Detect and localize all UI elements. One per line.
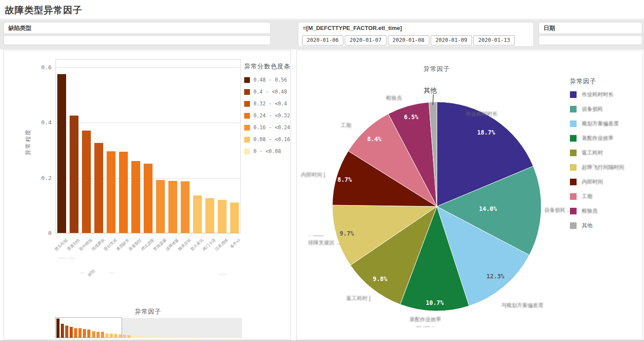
bar[interactable] bbox=[57, 74, 66, 233]
x-tick-label: 轴承异响 bbox=[177, 237, 192, 252]
bar[interactable] bbox=[94, 143, 103, 233]
x-tick-label: 滤网堵塞 bbox=[164, 237, 180, 252]
bar[interactable] bbox=[205, 198, 214, 233]
legend-swatch bbox=[570, 164, 577, 171]
bar[interactable] bbox=[107, 151, 115, 233]
x-tick-label: 备件x2 bbox=[229, 237, 242, 250]
bar[interactable] bbox=[70, 116, 78, 233]
legend-label: 设备损耗 bbox=[582, 105, 603, 113]
bar[interactable] bbox=[218, 200, 227, 233]
bar[interactable] bbox=[82, 131, 91, 233]
legend-label: 规划方案偏差度 bbox=[582, 120, 619, 127]
x-tick-label: 紧固缺失 bbox=[115, 237, 130, 252]
filter-etl-time-header[interactable]: =[M_DEFCTTYPE_FACTOR.etl_time] bbox=[298, 22, 533, 34]
pie-legend-item[interactable]: 起降飞行间隔时间 bbox=[570, 164, 640, 171]
x-tick-label: 漆面划伤 bbox=[66, 237, 81, 252]
bar-legend-item: 0.32 - <0.4 bbox=[244, 101, 290, 107]
header-bar: 故障类型异常因子 bbox=[0, 0, 644, 19]
navigator-mini-bar bbox=[212, 337, 215, 338]
pie-percent-label: 18.7% bbox=[477, 129, 495, 136]
gridline bbox=[56, 67, 240, 68]
pie-legend-item[interactable]: 工期 bbox=[570, 193, 640, 200]
bar-legend-item: 0.48 - 0.56 bbox=[244, 77, 290, 83]
navigator-mini-bar bbox=[230, 337, 233, 338]
filter-date-listbox[interactable] bbox=[539, 35, 642, 45]
date-button[interactable]: 2020-01-06 bbox=[302, 35, 343, 45]
pie-legend-item[interactable]: 其他 bbox=[570, 222, 640, 229]
legend-swatch bbox=[570, 120, 577, 127]
bar[interactable] bbox=[181, 181, 190, 233]
bar[interactable] bbox=[156, 180, 165, 233]
x-tick-label: 部件锈蚀 bbox=[78, 237, 93, 252]
pie-chart-panel: 异常因子 18.7%作业耗时时长14.0%设备损耗 ...12.3%与规划方案偏… bbox=[296, 50, 643, 340]
pie-percent-label: 9.7% bbox=[339, 230, 354, 237]
legend-label: 工期 bbox=[582, 193, 592, 200]
bar-y-axis-title: 异常程度 bbox=[24, 129, 32, 155]
pie-legend-item[interactable]: 作业耗时时长 bbox=[570, 91, 640, 98]
pie-legend-item[interactable]: 设备损耗 bbox=[570, 105, 640, 113]
y-tick-label: 0.2 bbox=[34, 175, 52, 181]
navigator-mini-bar bbox=[141, 336, 144, 338]
pie-percent-label: 6.5% bbox=[404, 113, 419, 120]
pie-legend: 异常因子 作业耗时时长设备损耗规划方案偏差度装配作业效率返工耗时起降飞行间隔时间… bbox=[570, 78, 640, 236]
navigator-mini-bar bbox=[221, 337, 224, 338]
legend-swatch bbox=[244, 113, 250, 119]
navigator-mini-bar bbox=[132, 336, 135, 338]
x-tick-label: 密封失效 bbox=[103, 237, 118, 252]
filter-defect-type-header[interactable]: 缺陷类型 bbox=[4, 22, 271, 34]
filter-band: 缺陷类型 =[M_DEFCTTYPE_FACTOR.etl_time] 2020… bbox=[0, 20, 644, 49]
legend-swatch bbox=[570, 193, 577, 200]
date-button[interactable]: 2020-01-08 bbox=[388, 35, 429, 45]
pie-callout-label-blurred: 与规划方案偏差度 bbox=[501, 302, 543, 308]
pie-callout-label-blurred: 设备损耗 ... bbox=[544, 207, 571, 213]
pie-percent-label: 10.7% bbox=[426, 299, 444, 306]
legend-swatch bbox=[570, 222, 577, 229]
legend-label: 起降飞行间隔时间 bbox=[582, 164, 624, 171]
bar-legend-item: 0.24 - <0.32 bbox=[244, 112, 290, 119]
pie-legend-item[interactable]: 内部时间 bbox=[570, 178, 640, 186]
navigator-mini-bar bbox=[92, 331, 95, 338]
pie-legend-item[interactable]: 规划方案偏差度 bbox=[570, 120, 640, 127]
pie-legend-items: 作业耗时时长设备损耗规划方案偏差度装配作业效率返工耗时起降飞行间隔时间内部时间工… bbox=[570, 91, 640, 229]
filter-date-header[interactable]: 日期 bbox=[539, 22, 642, 34]
legend-swatch bbox=[570, 179, 577, 185]
date-button[interactable]: 2020-01-07 bbox=[345, 35, 386, 45]
navigator-mini-bar bbox=[225, 337, 228, 338]
filter-defect-type-listbox[interactable] bbox=[4, 35, 271, 45]
bar-legend-item: 0.4 - <0.48 bbox=[244, 89, 290, 95]
pie-callout-label: 其他 bbox=[424, 86, 437, 94]
bar[interactable] bbox=[168, 181, 177, 233]
pie-callout-label-blurred: ·· —— bbox=[308, 232, 324, 239]
navigator-mini-bar bbox=[70, 327, 73, 338]
legend-label: 装配作业效率 bbox=[582, 135, 614, 142]
pie-callout-label-blurred: 内部时间 ] bbox=[301, 172, 325, 178]
x-tick-label: 仪表漂移 bbox=[214, 237, 229, 252]
y-tick-label: 0.4 bbox=[34, 119, 52, 126]
bar[interactable] bbox=[193, 195, 202, 233]
date-button[interactable]: 2020-01-09 bbox=[431, 35, 472, 45]
navigator-mini-bar bbox=[74, 328, 77, 338]
pie-legend-item[interactable]: 装配作业效率 bbox=[570, 135, 640, 142]
pie-legend-item[interactable]: 检验员 bbox=[570, 207, 640, 215]
bar-legend-item: 0 - <0.08 bbox=[244, 148, 290, 154]
legend-swatch bbox=[570, 91, 577, 98]
navigator-mini-bar bbox=[119, 334, 122, 338]
navigator-mini-bar bbox=[127, 335, 130, 338]
legend-swatch bbox=[244, 125, 250, 131]
bar[interactable] bbox=[144, 164, 153, 233]
date-button[interactable]: 2020-01-13 bbox=[473, 35, 515, 45]
pie-percent-label: 8.7% bbox=[338, 176, 352, 183]
navigator-mini-bar bbox=[83, 329, 86, 338]
bar[interactable] bbox=[131, 161, 140, 233]
bar-legend-item: 0.08 - <0.16 bbox=[244, 136, 290, 142]
navigator-mini-bar bbox=[87, 330, 90, 338]
filter-defect-type: 缺陷类型 bbox=[4, 22, 271, 45]
filter-etl-time: =[M_DEFCTTYPE_FACTOR.etl_time] 2020-01-0… bbox=[298, 22, 534, 47]
pie-legend-item[interactable]: 返工耗时 bbox=[570, 149, 640, 157]
x-tick-label: 管路渗漏 bbox=[152, 237, 168, 252]
navigator-overflow-track[interactable] bbox=[122, 318, 242, 338]
axis-label-fragment: — · bbox=[110, 270, 115, 274]
bar[interactable] bbox=[230, 202, 239, 233]
pie-callout-label-blurred: 排障支援区 ... bbox=[308, 240, 340, 246]
bar[interactable] bbox=[119, 152, 128, 233]
